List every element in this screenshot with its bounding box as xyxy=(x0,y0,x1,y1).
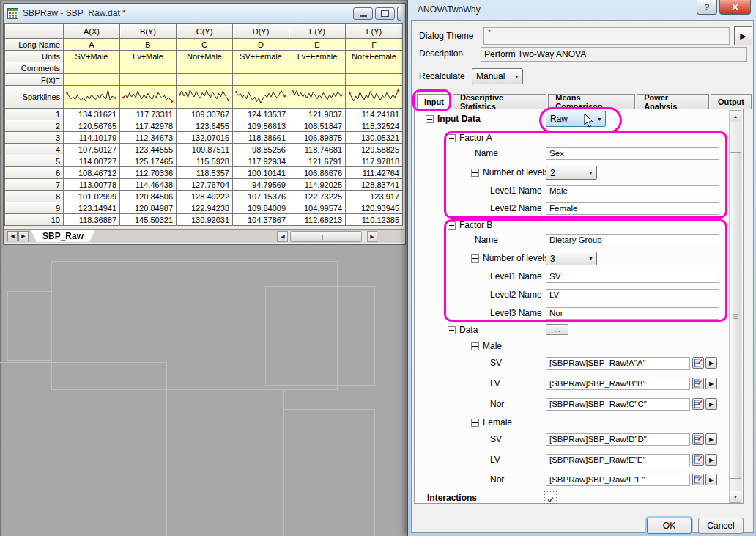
header-cell[interactable] xyxy=(64,74,120,86)
dialog-theme-flyout-button[interactable]: ▶ xyxy=(734,26,752,45)
header-cell[interactable]: F xyxy=(346,39,403,51)
data-cell[interactable]: 130.92031 xyxy=(177,214,233,226)
header-cell[interactable]: A xyxy=(64,39,120,51)
data-cell[interactable]: 117.97818 xyxy=(346,155,403,167)
factor-a-levels-select[interactable]: 2▼ xyxy=(546,166,597,180)
data-cell[interactable]: 114.46438 xyxy=(120,179,177,191)
data-cell[interactable]: 118.32524 xyxy=(346,120,403,132)
row-number[interactable]: 1 xyxy=(5,109,64,120)
sparkline-cell[interactable] xyxy=(177,86,233,109)
data-cell[interactable]: 114.24181 xyxy=(346,109,403,120)
data-cell[interactable]: 128.49222 xyxy=(177,191,233,202)
data-cell[interactable]: 118.36887 xyxy=(64,214,120,226)
worksheet-titlebar[interactable]: SBPRaw - SBP_Raw.dat * xyxy=(4,4,405,23)
data-cell[interactable]: 118.38661 xyxy=(233,132,289,144)
column-header[interactable]: B(Y) xyxy=(120,24,177,39)
row-number[interactable]: 9 xyxy=(5,202,64,214)
data-cell[interactable]: 94.79569 xyxy=(233,179,289,191)
sparkline-cell[interactable] xyxy=(346,86,403,109)
range-flyout-button[interactable]: ▶ xyxy=(705,357,717,369)
data-cell[interactable]: 120.93945 xyxy=(346,202,403,214)
column-header[interactable]: D(Y) xyxy=(233,24,289,39)
data-cell[interactable]: 113.00778 xyxy=(64,179,120,191)
ok-button[interactable]: OK xyxy=(647,518,692,534)
data-cell[interactable]: 127.76704 xyxy=(177,179,233,191)
range-flyout-button[interactable]: ▶ xyxy=(705,454,717,466)
header-cell[interactable] xyxy=(64,62,120,74)
data-cell[interactable]: 145.50321 xyxy=(120,214,177,226)
collapse-minus-icon[interactable] xyxy=(448,221,456,230)
header-cell[interactable] xyxy=(120,62,177,74)
header-cell[interactable]: SV+Male xyxy=(64,51,120,62)
data-cell[interactable]: 106.86676 xyxy=(289,167,346,179)
data-cell[interactable]: 120.56765 xyxy=(64,120,120,132)
factor-a-level1-name-input[interactable]: Male xyxy=(546,185,719,197)
tab-means-comparison[interactable]: Means Comparison xyxy=(548,94,635,109)
header-cell[interactable] xyxy=(346,62,403,74)
restore-button[interactable] xyxy=(375,7,395,20)
data-cell[interactable]: 109.56613 xyxy=(233,120,289,132)
browse-button[interactable]: ... xyxy=(546,324,568,335)
data-cell[interactable]: 121.9837 xyxy=(289,109,346,120)
row-number[interactable]: 7 xyxy=(5,179,64,191)
scroll-left-button[interactable]: ◀ xyxy=(278,231,288,242)
header-cell[interactable] xyxy=(233,74,289,86)
data-cell[interactable]: 101.02999 xyxy=(64,191,120,202)
dialog-theme-input[interactable]: * xyxy=(483,27,730,45)
collapse-minus-icon[interactable] xyxy=(426,115,434,123)
data-cell[interactable]: 108.46712 xyxy=(64,167,120,179)
row-number[interactable]: 2 xyxy=(5,120,64,132)
scroll-up-button[interactable]: ▲ xyxy=(730,110,741,122)
collapse-minus-icon[interactable] xyxy=(471,419,479,427)
range-flyout-button[interactable]: ▶ xyxy=(705,378,717,389)
data-cell[interactable]: 128.83741 xyxy=(346,179,403,191)
data-cell[interactable]: 123.917 xyxy=(346,191,403,202)
header-cell[interactable] xyxy=(233,62,289,74)
header-cell[interactable] xyxy=(177,62,233,74)
data-cell[interactable]: 109.30767 xyxy=(177,109,233,120)
select-range-button[interactable] xyxy=(692,398,704,410)
data-cell[interactable]: 123.44555 xyxy=(120,144,177,155)
collapse-minus-icon[interactable] xyxy=(471,254,479,263)
range-flyout-button[interactable]: ▶ xyxy=(705,474,717,485)
recalculate-select[interactable]: Manual ▼ xyxy=(472,68,523,84)
header-cell[interactable] xyxy=(289,62,346,74)
data-cell[interactable]: 122.73225 xyxy=(289,191,346,202)
data-cell[interactable]: 112.34673 xyxy=(120,132,177,144)
row-number[interactable]: 6 xyxy=(5,167,64,179)
data-cell[interactable]: 134.31621 xyxy=(64,109,120,120)
column-header[interactable]: C(Y) xyxy=(177,24,233,39)
male-sv-range-input[interactable]: [SBPRaw]SBP_Raw!A"A" xyxy=(546,357,690,370)
data-cell[interactable]: 98.85256 xyxy=(233,144,289,155)
data-cell[interactable]: 123.6455 xyxy=(177,120,233,132)
data-cell[interactable]: 124.13537 xyxy=(233,109,289,120)
data-cell[interactable]: 121.6791 xyxy=(289,155,346,167)
header-cell[interactable]: E xyxy=(289,39,346,51)
select-range-button[interactable] xyxy=(692,433,704,445)
help-button[interactable]: ? xyxy=(697,0,717,15)
data-cell[interactable]: 132.07016 xyxy=(177,132,233,144)
cancel-button[interactable]: Cancel xyxy=(698,518,744,534)
row-number[interactable]: 4 xyxy=(5,144,64,155)
data-cell[interactable]: 117.42978 xyxy=(120,120,177,132)
tab-output[interactable]: Output xyxy=(711,94,752,109)
input-data-select[interactable]: Raw▼ xyxy=(546,111,606,127)
data-cell[interactable]: 117.73311 xyxy=(120,109,177,120)
collapse-minus-icon[interactable] xyxy=(471,342,479,350)
data-cell[interactable]: 114.92025 xyxy=(289,179,346,191)
data-cell[interactable]: 130.05321 xyxy=(346,132,403,144)
select-range-button[interactable] xyxy=(692,454,704,466)
scroll-right-button[interactable]: ▶ xyxy=(367,231,377,242)
data-cell[interactable]: 104.37867 xyxy=(233,214,289,226)
scroll-down-button[interactable]: ▼ xyxy=(730,491,741,503)
data-cell[interactable]: 107.15376 xyxy=(233,191,289,202)
select-range-button[interactable] xyxy=(692,474,704,485)
column-header[interactable]: E(Y) xyxy=(289,24,346,39)
row-number[interactable]: 10 xyxy=(5,214,64,226)
vertical-scrollbar[interactable]: ▲ ▼ xyxy=(729,110,742,503)
header-cell[interactable]: C xyxy=(177,39,233,51)
header-cell[interactable]: Nor+Male xyxy=(177,51,233,62)
female-nor-range-input[interactable]: [SBPRaw]SBP_Raw!F"F" xyxy=(546,474,690,486)
tab-input[interactable]: Input xyxy=(417,94,451,109)
header-cell[interactable]: SV+Female xyxy=(233,51,289,62)
